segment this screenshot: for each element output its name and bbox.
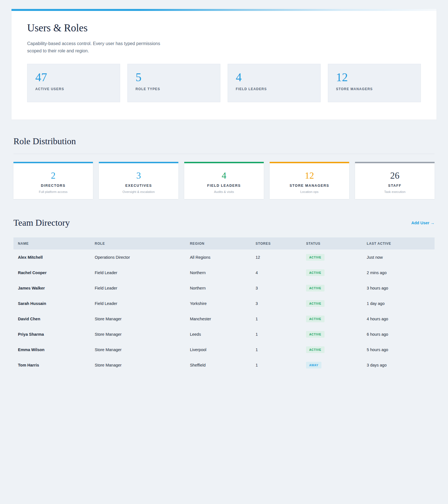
role-distribution-title: Role Distribution bbox=[13, 136, 435, 146]
table-row[interactable]: Emma Wilson Store Manager Liverpool 1 AC… bbox=[13, 342, 435, 357]
table-row[interactable]: David Chen Store Manager Manchester 1 AC… bbox=[13, 311, 435, 326]
cell-region: Leeds bbox=[190, 326, 256, 342]
stat-label: FIELD LEADERS bbox=[236, 87, 312, 91]
role-label: STORE MANAGERS bbox=[270, 184, 349, 188]
cell-name: David Chen bbox=[13, 311, 95, 326]
status-badge: AWAY bbox=[306, 362, 321, 368]
add-user-button[interactable]: Add User → bbox=[411, 221, 435, 225]
cell-name: Rachel Cooper bbox=[13, 265, 95, 280]
column-header: STATUS bbox=[306, 237, 367, 249]
cell-region: All Regions bbox=[190, 249, 256, 265]
stat-value: 4 bbox=[236, 71, 312, 84]
cell-name: Priya Sharma bbox=[13, 326, 95, 342]
column-header: LAST ACTIVE bbox=[367, 237, 435, 249]
cell-status: ACTIVE bbox=[306, 326, 367, 342]
cell-stores: 1 bbox=[256, 326, 306, 342]
table-row[interactable]: Tom Harris Store Manager Sheffield 1 AWA… bbox=[13, 357, 435, 373]
team-directory-title: Team Directory bbox=[13, 218, 70, 228]
role-description: Full platform access bbox=[13, 190, 93, 193]
team-directory-section: Team Directory Add User → NAMEROLEREGION… bbox=[13, 218, 435, 373]
column-header: REGION bbox=[190, 237, 256, 249]
gradient-accent-bar bbox=[11, 9, 437, 11]
role-description: Task execution bbox=[355, 190, 435, 193]
cell-stores: 1 bbox=[256, 311, 306, 326]
role-card: 12 STORE MANAGERS Location ops bbox=[270, 162, 349, 199]
team-table: NAMEROLEREGIONSTORESSTATUSLAST ACTIVE Al… bbox=[13, 237, 435, 373]
stat-value: 5 bbox=[136, 71, 212, 84]
table-body: Alex Mitchell Operations Director All Re… bbox=[13, 249, 435, 373]
role-label: STAFF bbox=[355, 184, 435, 188]
cell-region: Yorkshire bbox=[190, 296, 256, 311]
users-roles-card: Users & Roles Capability-based access co… bbox=[11, 9, 437, 120]
stat-label: STORE MANAGERS bbox=[336, 87, 413, 91]
status-badge: ACTIVE bbox=[306, 269, 324, 276]
role-label: FIELD LEADERS bbox=[184, 184, 264, 188]
stat-label: ACTIVE USERS bbox=[35, 87, 112, 91]
cell-role: Operations Director bbox=[95, 249, 190, 265]
stat-value: 12 bbox=[336, 71, 413, 84]
role-card: 26 STAFF Task execution bbox=[355, 162, 435, 199]
cell-status: ACTIVE bbox=[306, 296, 367, 311]
status-badge: ACTIVE bbox=[306, 300, 324, 307]
table-row[interactable]: Sarah Hussain Field Leader Yorkshire 3 A… bbox=[13, 296, 435, 311]
column-header: STORES bbox=[256, 237, 306, 249]
page-title: Users & Roles bbox=[27, 22, 421, 34]
column-header: NAME bbox=[13, 237, 95, 249]
cell-last-active: 3 hours ago bbox=[367, 280, 435, 296]
role-count: 3 bbox=[99, 171, 178, 181]
status-badge: ACTIVE bbox=[306, 316, 324, 322]
table-row[interactable]: Alex Mitchell Operations Director All Re… bbox=[13, 249, 435, 265]
cell-last-active: Just now bbox=[367, 249, 435, 265]
role-card: 4 FIELD LEADERS Audits & visits bbox=[184, 162, 264, 199]
cell-stores: 4 bbox=[256, 265, 306, 280]
role-description: Location ops bbox=[270, 190, 349, 193]
role-label: DIRECTORS bbox=[13, 184, 93, 188]
role-count: 2 bbox=[13, 171, 93, 181]
cell-role: Store Manager bbox=[95, 326, 190, 342]
cell-status: ACTIVE bbox=[306, 280, 367, 296]
cell-status: ACTIVE bbox=[306, 265, 367, 280]
cell-last-active: 3 days ago bbox=[367, 357, 435, 373]
role-label: EXECUTIVES bbox=[99, 184, 178, 188]
stat-card: 5 ROLE TYPES bbox=[127, 64, 220, 102]
table-header-row: NAMEROLEREGIONSTORESSTATUSLAST ACTIVE bbox=[13, 237, 435, 249]
cell-last-active: 2 mins ago bbox=[367, 265, 435, 280]
page-subtitle: Capability-based access control. Every u… bbox=[27, 40, 176, 54]
cell-last-active: 4 hours ago bbox=[367, 311, 435, 326]
cell-stores: 1 bbox=[256, 342, 306, 357]
cell-name: Tom Harris bbox=[13, 357, 95, 373]
table-row[interactable]: James Walker Field Leader Northern 3 ACT… bbox=[13, 280, 435, 296]
cell-role: Store Manager bbox=[95, 311, 190, 326]
table-row[interactable]: Rachel Cooper Field Leader Northern 4 AC… bbox=[13, 265, 435, 280]
cell-region: Northern bbox=[190, 280, 256, 296]
cell-status: ACTIVE bbox=[306, 311, 367, 326]
cell-status: ACTIVE bbox=[306, 342, 367, 357]
column-header: ROLE bbox=[95, 237, 190, 249]
role-count: 26 bbox=[355, 171, 435, 181]
cell-region: Manchester bbox=[190, 311, 256, 326]
cell-name: Emma Wilson bbox=[13, 342, 95, 357]
table-header: NAMEROLEREGIONSTORESSTATUSLAST ACTIVE bbox=[13, 237, 435, 249]
cell-role: Field Leader bbox=[95, 296, 190, 311]
cell-status: ACTIVE bbox=[306, 249, 367, 265]
stats-row: 47 ACTIVE USERS 5 ROLE TYPES 4 FIELD LEA… bbox=[27, 64, 421, 102]
cell-stores: 12 bbox=[256, 249, 306, 265]
roles-row: 2 DIRECTORS Full platform access 3 EXECU… bbox=[13, 162, 435, 199]
cell-region: Northern bbox=[190, 265, 256, 280]
cell-role: Field Leader bbox=[95, 265, 190, 280]
cell-stores: 3 bbox=[256, 296, 306, 311]
cell-status: AWAY bbox=[306, 357, 367, 373]
stat-label: ROLE TYPES bbox=[136, 87, 212, 91]
cell-name: Sarah Hussain bbox=[13, 296, 95, 311]
cell-stores: 1 bbox=[256, 357, 306, 373]
table-row[interactable]: Priya Sharma Store Manager Leeds 1 ACTIV… bbox=[13, 326, 435, 342]
status-badge: ACTIVE bbox=[306, 346, 324, 353]
role-card: 2 DIRECTORS Full platform access bbox=[13, 162, 93, 199]
role-distribution-section: Role Distribution 2 DIRECTORS Full platf… bbox=[13, 136, 435, 199]
cell-region: Liverpool bbox=[190, 342, 256, 357]
status-badge: ACTIVE bbox=[306, 285, 324, 291]
section-divider bbox=[13, 154, 435, 154]
stat-value: 47 bbox=[35, 71, 112, 84]
cell-region: Sheffield bbox=[190, 357, 256, 373]
cell-name: James Walker bbox=[13, 280, 95, 296]
